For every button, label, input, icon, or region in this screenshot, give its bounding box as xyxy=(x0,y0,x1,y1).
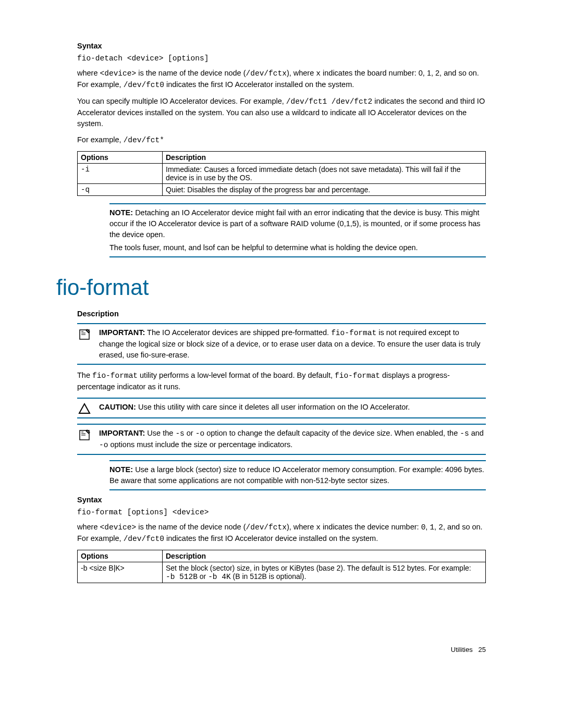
paragraph-wildcard-example: For example, /dev/fct* xyxy=(77,134,486,146)
syntax-code-1: fio-detach <device> [options] xyxy=(77,54,486,63)
note-detach-fail: NOTE: Detaching an IO Accelerator device… xyxy=(109,203,486,257)
caution-deletes-data: CAUTION: Use this utility with care sinc… xyxy=(77,398,486,418)
important-size-options: IMPORTANT: Use the -s or -o option to ch… xyxy=(77,424,486,455)
section-heading-fio-format: fio-format xyxy=(56,275,486,300)
table-row: -b <size B|K> Set the block (sector) siz… xyxy=(78,562,486,583)
note-block-size: NOTE: Use a large block (sector) size to… xyxy=(109,460,486,490)
syntax-code-2: fio-format [options] <device> xyxy=(77,508,486,516)
table-row: -q Quiet: Disables the display of the pr… xyxy=(78,184,486,196)
syntax-heading-2: Syntax xyxy=(77,496,486,504)
description-heading: Description xyxy=(77,310,486,318)
page-footer: Utilities 25 xyxy=(77,646,486,653)
footer-section-label: Utilities xyxy=(451,646,473,653)
paragraph-multiple-devices: You can specify multiple IO Accelerator … xyxy=(77,96,486,129)
important-icon xyxy=(77,428,92,441)
options-table-detach: Options Description -i Immediate: Causes… xyxy=(77,151,486,196)
page-content: Syntax fio-detach <device> [options] whe… xyxy=(0,0,563,674)
paragraph-device-number: where <device> is the name of the device… xyxy=(77,522,486,545)
important-preformatted: IMPORTANT: The IO Accelerator devices ar… xyxy=(77,323,486,365)
paragraph-fio-format-desc: The fio-format utility performs a low-le… xyxy=(77,370,486,392)
options-table-format: Options Description -b <size B|K> Set th… xyxy=(77,550,486,583)
table-row: -i Immediate: Causes a forced immediate … xyxy=(78,164,486,184)
syntax-heading-1: Syntax xyxy=(77,42,486,50)
table-header-options: Options xyxy=(78,550,163,562)
table-header-description: Description xyxy=(163,152,486,164)
footer-page-number: 25 xyxy=(479,646,486,653)
table-header-description: Description xyxy=(163,550,486,562)
caution-icon xyxy=(77,402,92,414)
important-icon xyxy=(77,327,92,341)
table-header-options: Options xyxy=(78,152,163,164)
paragraph-device-board: where <device> is the name of the device… xyxy=(77,68,486,91)
